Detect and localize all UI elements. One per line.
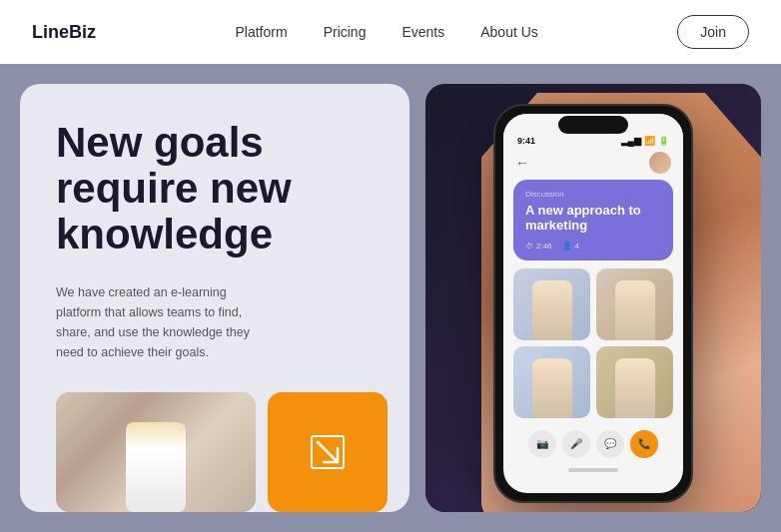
navbar: LineBiz Platform Pricing Events About Us…	[0, 0, 781, 64]
photo-card-inner	[56, 392, 256, 512]
arrow-diagonal-icon	[308, 432, 348, 472]
bottom-row	[56, 392, 374, 512]
mic-button[interactable]: 🎤	[562, 430, 590, 458]
people-count: 4	[575, 242, 579, 251]
phone-call-button[interactable]: 📞	[630, 430, 658, 458]
wifi-icon: 📶	[644, 136, 655, 146]
hero-title: New goals require new knowledge	[56, 120, 374, 259]
hero-description: We have created an e-learning platform t…	[56, 282, 256, 362]
nav-item-pricing[interactable]: Pricing	[324, 23, 367, 41]
orange-card[interactable]	[268, 392, 388, 512]
discussion-title: A new approach to marketing	[525, 203, 661, 234]
photo-card	[56, 392, 256, 512]
battery-icon: 🔋	[658, 136, 669, 146]
left-panel: New goals require new knowledge We have …	[20, 84, 409, 512]
clock-icon: ⏱	[525, 242, 533, 251]
phone-avatar	[649, 152, 671, 174]
time-meta: ⏱ 2:46	[525, 242, 552, 251]
nav-item-about[interactable]: About Us	[480, 23, 538, 41]
phone-mockup: 9:41 ▂▄▆ 📶 🔋 ← Discussion	[493, 104, 693, 503]
video-grid	[503, 268, 683, 424]
join-button[interactable]: Join	[677, 15, 749, 49]
phone-time: 9:41	[517, 136, 535, 146]
time-count: 2:46	[536, 242, 552, 251]
right-panel: 9:41 ▂▄▆ 📶 🔋 ← Discussion	[425, 84, 761, 512]
video-cell-4	[596, 346, 673, 418]
signal-icon: ▂▄▆	[621, 136, 641, 146]
logo: LineBiz	[32, 22, 96, 43]
phone-nav: ←	[503, 148, 683, 180]
camera-button[interactable]: 📷	[528, 430, 556, 458]
nav-links: Platform Pricing Events About Us	[236, 23, 538, 41]
people-icon: 👤	[562, 242, 572, 251]
people-meta: 👤 4	[562, 242, 579, 251]
chat-button[interactable]: 💬	[596, 430, 624, 458]
phone-outer: 9:41 ▂▄▆ 📶 🔋 ← Discussion	[493, 104, 693, 503]
video-person-3	[532, 358, 572, 418]
video-cell-1	[513, 268, 590, 340]
discussion-card: Discussion A new approach to marketing ⏱…	[513, 180, 673, 261]
discussion-meta: ⏱ 2:46 👤 4	[525, 242, 661, 251]
nav-item-platform[interactable]: Platform	[236, 23, 288, 41]
video-cell-2	[596, 268, 673, 340]
nav-item-events[interactable]: Events	[401, 23, 444, 41]
video-person-1	[532, 280, 572, 340]
video-cell-3	[513, 346, 590, 418]
video-person-4	[615, 358, 655, 418]
phone-screen: 9:41 ▂▄▆ 📶 🔋 ← Discussion	[503, 114, 683, 493]
phone-status-icons: ▂▄▆ 📶 🔋	[621, 136, 669, 146]
phone-notch	[558, 116, 628, 134]
discussion-label: Discussion	[525, 190, 661, 199]
phone-action-bar: 📷 🎤 💬 📞	[503, 424, 683, 468]
main-content: New goals require new knowledge We have …	[0, 64, 781, 532]
phone-back-icon[interactable]: ←	[515, 155, 529, 171]
photo-person-shape	[126, 422, 186, 512]
svg-line-0	[318, 442, 338, 462]
video-person-2	[615, 280, 655, 340]
phone-home-bar	[568, 468, 618, 472]
